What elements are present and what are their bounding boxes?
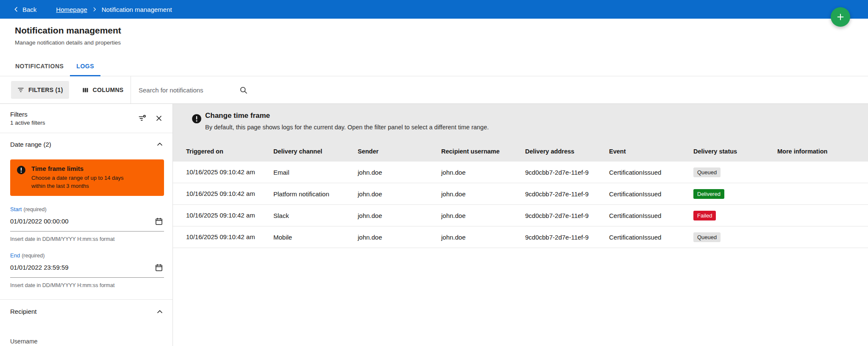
tab-notifications[interactable]: NOTIFICATIONS (9, 56, 70, 76)
username-label: Username (10, 338, 164, 345)
cell-triggered-on: 10/16/2025 09:10:42 am (186, 211, 273, 219)
status-badge: Failed (693, 211, 716, 220)
back-label: Back (22, 6, 36, 13)
cell-delivery-channel: Email (273, 169, 358, 176)
search-box (139, 76, 248, 103)
columns-button-label: COLUMNS (93, 86, 124, 93)
close-filter-panel-button[interactable] (154, 113, 164, 123)
end-label-text: End (10, 252, 20, 259)
end-date-input[interactable]: 01/01/2022 23:59:59 (10, 262, 164, 278)
back-button[interactable]: Back (13, 6, 36, 13)
recipient-section-label: Recipient (10, 308, 37, 315)
status-badge: Queued (693, 167, 721, 177)
filter-panel-title: Filters (10, 111, 45, 118)
end-date-calendar-button[interactable] (154, 262, 164, 273)
cell-triggered-on: 10/16/2025 09:10:42 am (186, 190, 273, 198)
status-badge: Delivered (693, 189, 724, 199)
search-input[interactable] (139, 86, 234, 94)
start-date-label: Start(required) (10, 206, 164, 212)
start-date-value: 01/01/2022 00:00:00 (10, 218, 69, 225)
date-range-section-header[interactable]: Date range (2) (10, 140, 164, 148)
end-date-helper: Insert date in DD/MM/YYYY H:mm:ss format (10, 282, 164, 288)
breadcrumb-homepage[interactable]: Homepage (56, 6, 87, 13)
recipient-section-header[interactable]: Recipient (10, 307, 164, 316)
status-badge: Queued (693, 232, 721, 242)
column-header-delivery-status: Delivery status (693, 148, 777, 155)
end-date-field-group: End(required) 01/01/2022 23:59:59 Insert… (10, 252, 164, 288)
end-date-label: End(required) (10, 252, 164, 259)
column-header-more-information: More information (777, 148, 868, 155)
table-row[interactable]: 10/16/2025 09:10:42 am Platform notifica… (173, 183, 868, 205)
plus-icon (836, 12, 845, 22)
filters-button-label: FILTERS (1) (28, 86, 63, 93)
table-body: 10/16/2025 09:10:42 am Email john.doe jo… (173, 162, 868, 248)
cell-delivery-status: Queued (693, 232, 777, 242)
time-frame-limits-warning: Time frame limits Choose a date range of… (10, 159, 164, 196)
panel-divider (0, 133, 172, 133)
table-row[interactable]: 10/16/2025 09:10:42 am Email john.doe jo… (173, 162, 868, 183)
warning-alert-icon (16, 165, 26, 175)
start-date-input[interactable]: 01/01/2022 00:00:00 (10, 216, 164, 232)
chevron-right-icon (92, 6, 97, 12)
page-title: Notification management (15, 25, 121, 36)
cell-recipient-username: john.doe (441, 169, 525, 176)
cell-sender: john.doe (358, 212, 441, 219)
cell-delivery-address: 9cd0cbb7-2d7e-11ef-9 (525, 234, 609, 241)
logs-toolbar: FILTERS (1) COLUMNS (0, 76, 868, 104)
column-header-triggered-on: Triggered on (186, 148, 273, 155)
cell-recipient-username: john.doe (441, 190, 525, 198)
table-row[interactable]: 10/16/2025 09:10:42 am Slack john.doe jo… (173, 205, 868, 226)
warning-title: Time frame limits (31, 165, 137, 172)
chevron-up-icon (156, 307, 164, 316)
info-alert-icon (191, 113, 202, 124)
cell-event: CertificationIssued (609, 169, 693, 176)
breadcrumb: Homepage Notification management (56, 6, 172, 13)
cell-delivery-channel: Slack (273, 212, 358, 219)
filter-panel: Filters 1 active filters (0, 104, 173, 346)
end-required-text: (required) (22, 253, 45, 259)
toolbar-divider (131, 76, 131, 103)
clear-filters-icon (138, 114, 146, 123)
add-notification-button[interactable] (831, 7, 850, 27)
column-header-delivery-address: Delivery address (525, 148, 609, 155)
filter-icon (17, 86, 25, 94)
notification-management-screen: Back Homepage Notification management No… (0, 0, 868, 346)
table-header-row: Triggered on Delivery channel Sender Rec… (173, 143, 868, 160)
table-row[interactable]: 10/16/2025 09:10:42 am Mobile john.doe j… (173, 226, 868, 248)
start-date-helper: Insert date in DD/MM/YYYY H:mm:ss format (10, 236, 164, 242)
start-required-text: (required) (23, 206, 46, 212)
cell-triggered-on: 10/16/2025 09:10:42 am (186, 168, 273, 176)
cell-delivery-status: Queued (693, 167, 777, 177)
cell-sender: john.doe (358, 234, 441, 241)
cell-recipient-username: john.doe (441, 234, 525, 241)
end-date-value: 01/01/2022 23:59:59 (10, 264, 69, 271)
logs-info-banner-zone: Change time frame By default, this page … (173, 104, 868, 162)
cell-event: CertificationIssued (609, 190, 693, 198)
clear-filters-button[interactable] (137, 113, 147, 123)
start-label-text: Start (10, 206, 22, 212)
cell-delivery-address: 9cd0cbb7-2d7e-11ef-9 (525, 169, 609, 176)
banner-body: By default, this page shows logs for the… (205, 124, 489, 131)
start-date-field-group: Start(required) 01/01/2022 00:00:00 Inse… (10, 206, 164, 242)
columns-icon (82, 86, 89, 94)
date-range-section-label: Date range (2) (10, 141, 51, 148)
close-icon (155, 114, 163, 123)
cell-event: CertificationIssued (609, 212, 693, 219)
cell-delivery-address: 9cd0cbb7-2d7e-11ef-9 (525, 190, 609, 198)
tab-logs[interactable]: LOGS (70, 56, 100, 76)
chevron-left-icon (13, 6, 19, 13)
cell-sender: john.doe (358, 169, 441, 176)
top-navigation-bar: Back Homepage Notification management (0, 0, 868, 19)
cell-triggered-on: 10/16/2025 09:10:42 am (186, 233, 273, 241)
filters-button[interactable]: FILTERS (1) (11, 81, 69, 99)
tab-bar: NOTIFICATIONS LOGS (0, 56, 868, 76)
cell-delivery-channel: Platform notification (273, 190, 358, 198)
cell-delivery-status: Failed (693, 211, 777, 220)
cell-recipient-username: john.doe (441, 212, 525, 219)
cell-delivery-address: 9cd0cbb7-2d7e-11ef-9 (525, 212, 609, 219)
columns-button[interactable]: COLUMNS (76, 81, 130, 99)
calendar-icon (155, 263, 163, 272)
column-header-delivery-channel: Delivery channel (273, 148, 358, 155)
search-icon (239, 86, 248, 95)
start-date-calendar-button[interactable] (154, 216, 164, 226)
